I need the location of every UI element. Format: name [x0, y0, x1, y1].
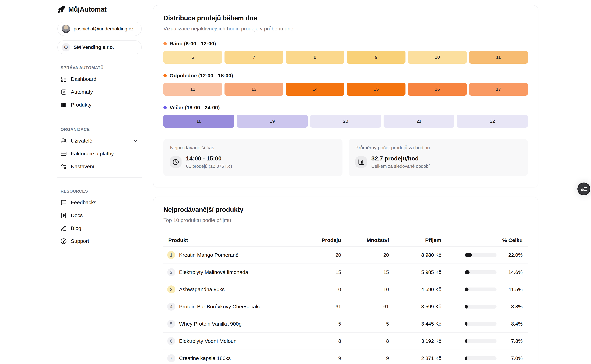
sales-value: 15: [310, 269, 341, 275]
sidebar-item-automaty[interactable]: Automaty: [57, 85, 142, 98]
table-row: 3 Ashwagandha 90ks 10 10 4 690 Kč 11.5%: [163, 281, 528, 298]
rank-badge: 2: [167, 268, 175, 276]
changelog-icon: [580, 185, 588, 193]
section-label-organizace: ORGANIZACE: [60, 127, 142, 132]
revenue-value: 2 871 Kč: [389, 356, 441, 361]
table-row: 2 Elektrolyty Malinová limonáda 15 15 5 …: [163, 264, 528, 281]
sidebar-item-support[interactable]: Support: [57, 235, 142, 247]
revenue-value: 3 192 Kč: [389, 338, 441, 344]
sidebar-item-fakturace[interactable]: Fakturace a platby: [57, 147, 142, 160]
pct-bar: [441, 339, 499, 343]
hour-cell-10: 10: [408, 51, 467, 64]
sidebar-item-uzivatele[interactable]: Uživatelé: [57, 134, 142, 147]
product-name: Kreatin Mango Pomeranč: [179, 252, 238, 258]
sidebar-item-feedbacks[interactable]: Feedbacks: [57, 196, 142, 209]
hour-cell-15: 15: [347, 83, 405, 96]
distribution-subtitle: Vizualizace nejaktivnějších hodin prodej…: [163, 26, 528, 32]
pct-bar: [441, 253, 499, 257]
hour-cell-16: 16: [408, 83, 467, 96]
organization-switcher[interactable]: O SM Vending s.r.o.: [57, 40, 142, 54]
sales-value: 20: [310, 252, 341, 258]
top-products-card: Nejprodávanější produkty Top 10 produktů…: [153, 197, 538, 364]
sidebar-item-label: Support: [71, 238, 89, 244]
avatar: [62, 25, 70, 33]
quantity-value: 9: [341, 356, 389, 361]
stat-label: Nejprodávanější čas: [170, 145, 336, 150]
help-circle-icon: [60, 238, 67, 244]
pct-bar: [441, 287, 499, 291]
pct-value: 7.8%: [499, 338, 528, 344]
sidebar-item-label: Dashboard: [71, 76, 96, 82]
divider: [57, 116, 142, 116]
account-email: pospichal@underholding.cz: [74, 26, 134, 32]
revenue-value: 3 445 Kč: [389, 321, 441, 327]
group-morning: Ráno (6:00 - 12:00): [163, 41, 528, 47]
sidebar-item-produkty[interactable]: Produkty: [57, 98, 142, 111]
sidebar-item-label: Fakturace a platby: [71, 151, 114, 157]
dashboard-icon: [60, 76, 67, 82]
sidebar-item-dashboard[interactable]: Dashboard: [57, 73, 142, 85]
product-name: Ashwagandha 90ks: [179, 286, 225, 292]
sidebar-item-label: Feedbacks: [71, 200, 96, 205]
product-name: Creatine kapsle 180ks: [179, 355, 231, 361]
revenue-value: 3 599 Kč: [389, 304, 441, 310]
sidebar-item-label: Docs: [71, 212, 83, 218]
organization-name: SM Vending s.r.o.: [74, 45, 114, 50]
section-label-resources: RESOURCES: [60, 189, 142, 194]
chevron-down-icon[interactable]: [132, 138, 139, 143]
docs-icon: [60, 212, 67, 219]
section-label-sprava-automatu: SPRÁVA AUTOMATŮ: [60, 65, 142, 70]
table-row: 6 Elektrolyty Vodní Meloun 8 8 3 192 Kč …: [163, 332, 528, 350]
hour-cell-6: 6: [163, 51, 222, 64]
group-afternoon: Odpoledne (12:00 - 18:00): [163, 73, 528, 78]
revenue-value: 5 985 Kč: [389, 269, 441, 275]
sales-value: 9: [310, 356, 341, 361]
quantity-value: 15: [341, 269, 389, 275]
account-switcher[interactable]: pospichal@underholding.cz: [57, 22, 142, 36]
rank-badge: 3: [167, 286, 175, 293]
sidebar-item-docs[interactable]: Docs: [57, 209, 142, 222]
sidebar-item-label: Produkty: [71, 102, 91, 108]
products-table: Produkt Prodejů Množství Příjem % Celku …: [163, 234, 528, 364]
header-revenue: Příjem: [389, 237, 441, 243]
evening-dot: [163, 106, 167, 109]
stat-value: 14:00 - 15:00: [186, 155, 232, 162]
distribution-title: Distribuce prodejů během dne: [163, 14, 528, 22]
rocket-icon: [57, 5, 65, 13]
sidebar-item-blog[interactable]: Blog: [57, 222, 142, 235]
pct-value: 8.4%: [499, 321, 528, 327]
quantity-value: 61: [341, 304, 389, 310]
rank-badge: 1: [167, 251, 175, 259]
credit-card-icon: [60, 151, 67, 157]
header-quantity: Množství: [341, 237, 389, 243]
morning-cells: 6 7 8 9 10 11: [163, 51, 528, 64]
group-label: Večer (18:00 - 24:00): [169, 105, 220, 110]
afternoon-dot: [163, 74, 167, 77]
pct-value: 14.6%: [499, 269, 528, 275]
quantity-value: 10: [341, 287, 389, 292]
quantity-value: 8: [341, 338, 389, 344]
product-name: Elektrolyty Vodní Meloun: [179, 338, 236, 344]
sidebar-item-label: Uživatelé: [71, 138, 92, 144]
stat-value: 32.7 prodejů/hod: [371, 155, 430, 162]
organization-initial: O: [62, 43, 70, 52]
rank-badge: 4: [167, 303, 175, 311]
clock-icon: [170, 156, 181, 168]
table-header: Produkt Prodejů Množství Příjem % Celku: [163, 234, 528, 247]
evening-cells: 18 19 20 21 22: [163, 115, 528, 128]
stats-row: Nejprodávanější čas 14:00 - 15:00 61 pro…: [163, 139, 528, 176]
revenue-value: 4 690 Kč: [389, 287, 441, 292]
hour-cell-9: 9: [347, 51, 405, 64]
sales-value: 61: [310, 304, 341, 310]
app-logo: MůjAutomat: [57, 4, 142, 15]
product-name: Whey Protein Vanilka 900g: [179, 321, 242, 327]
product-name: Elektrolyty Malinová limonáda: [179, 269, 248, 275]
feedback-widget-button[interactable]: [578, 182, 590, 195]
header-product: Produkt: [168, 237, 188, 243]
barcode-icon: [60, 102, 67, 108]
sidebar-item-nastaveni[interactable]: Nastavení: [57, 160, 142, 173]
header-sales: Prodejů: [310, 237, 341, 243]
sidebar: MůjAutomat pospichal@underholding.cz O S…: [57, 4, 142, 247]
header-pct: % Celku: [499, 237, 528, 243]
pct-value: 8.8%: [499, 304, 528, 310]
